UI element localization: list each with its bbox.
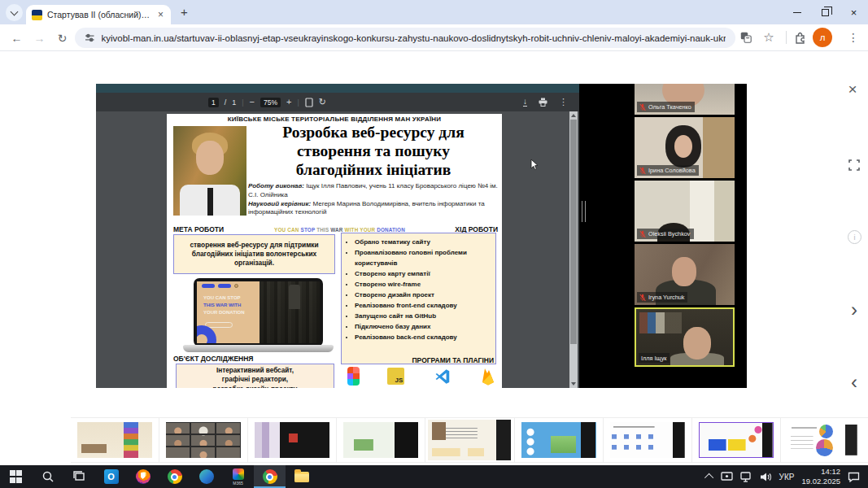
shield-browser-button[interactable] [127, 465, 159, 488]
language-indicator[interactable]: УКР [779, 473, 795, 481]
thumbnail-image [521, 422, 596, 458]
firebase-icon [480, 367, 496, 386]
tab-close-icon[interactable]: × [156, 9, 165, 20]
tray-chevron-up-icon[interactable] [704, 473, 713, 482]
edge-button[interactable] [190, 465, 222, 488]
tray-app-icon[interactable] [721, 472, 733, 482]
network-icon[interactable] [740, 472, 752, 482]
pdf-step: Підключено базу даних [355, 322, 492, 333]
nav-button [218, 284, 231, 288]
monument-image [289, 285, 300, 309]
pdf-object-box: Інтерактивний вебсайт, графічні редактор… [176, 364, 334, 388]
figma-icon [347, 367, 360, 386]
taskbar-search-button[interactable] [32, 465, 63, 488]
pdf-step: Запущено сайт на GitHub [355, 312, 492, 322]
mouse-cursor [530, 159, 539, 171]
participant-name: Iryna Yurchuk [648, 294, 684, 301]
restore-icon [822, 9, 829, 16]
m365-label: M365 [233, 481, 243, 486]
zoom-panel-divider [582, 201, 586, 222]
pdf-meta-header: МЕТА РОБОТИ [173, 225, 224, 233]
participant-name: Ілля Іщук [641, 355, 666, 362]
participant-name: Ольга Ткаченко [648, 103, 691, 111]
address-bar[interactable]: kyivobl-man.in.ua/startuvav-ii-oblasnyj-… [75, 28, 735, 48]
translate-icon[interactable] [739, 30, 753, 45]
pdf-step: Створено wire-frame [355, 280, 492, 290]
muted-mic-icon [639, 230, 646, 238]
start-button[interactable] [0, 465, 32, 488]
pdf-step: Створено карту емпатії [355, 269, 492, 280]
scroll-down-icon [571, 382, 576, 386]
chrome-active-button[interactable] [254, 465, 286, 488]
participant-name: Oleksii Bychkov [648, 230, 691, 237]
lightbox-image[interactable]: 1 / 1 | − 75% + | ↻ ↓ ⋮ [96, 84, 747, 388]
profile-avatar[interactable]: л [813, 28, 832, 47]
volume-icon[interactable] [760, 472, 772, 482]
participants-strip: Ольга Ткаченко Ірина Соловйова Oleksii B… [635, 84, 735, 388]
gallery-thumbnail-2[interactable] [159, 418, 247, 462]
gallery-thumbnail-7[interactable] [603, 418, 691, 462]
lightbox-fullscreen-button[interactable] [846, 157, 862, 173]
bookmark-star-icon[interactable]: ☆ [761, 30, 776, 45]
pdf-toolbar-divider: | [242, 98, 243, 107]
thumbnail-image [77, 422, 152, 458]
browser-tab[interactable]: Стартував ІІ (обласний) етап В × [26, 5, 171, 24]
gallery-thumbnail-1[interactable] [71, 418, 159, 462]
pdf-page: КИЇВСЬКЕ МІСЬКЕ ТЕРИТОРІАЛЬНЕ ВІДДІЛЕННЯ… [167, 114, 502, 388]
gallery-thumbnail-6[interactable] [514, 418, 603, 462]
forward-button[interactable]: → [31, 29, 48, 46]
pdf-step: Створено дизайн проект [355, 290, 492, 301]
gallery-thumbnail-9[interactable] [780, 418, 868, 462]
browser-tab-strip: Стартував ІІ (обласний) етап В × + × [0, 0, 868, 24]
browser-menu-icon[interactable]: ⋮ [846, 30, 861, 45]
m365-button[interactable]: M365 [222, 465, 254, 488]
window-close-button[interactable]: × [840, 0, 868, 24]
window-controls: × [783, 0, 868, 24]
file-explorer-button[interactable] [286, 465, 317, 488]
gallery-thumbnail-4[interactable] [336, 418, 425, 462]
shield-browser-icon [136, 469, 150, 484]
site-info-icon[interactable] [85, 33, 95, 43]
reload-button[interactable]: ↻ [54, 29, 71, 46]
new-tab-button[interactable]: + [181, 5, 188, 19]
pdf-tools-header: ПРОГРАМИ ТА ПЛАГІНИ [412, 356, 494, 364]
browser-toolbar: ← → ↻ kyivobl-man.in.ua/startuvav-ii-obl… [0, 24, 868, 51]
participant-video: Ольга Ткаченко [635, 84, 735, 115]
thumbnail-image [255, 422, 329, 458]
date: 19.02.2025 [801, 477, 840, 486]
back-button[interactable]: ← [8, 29, 25, 46]
windows-taskbar: O M365 УКР 14:12 19.02.2025 [0, 465, 868, 488]
outlook-button[interactable]: O [95, 465, 127, 488]
url-text: kyivobl-man.in.ua/startuvav-ii-oblasnyj-… [102, 33, 726, 43]
thumbnail-image [610, 422, 685, 458]
fullscreen-icon [848, 159, 860, 171]
pdf-toolbar-divider: | [298, 98, 299, 107]
search-icon [41, 470, 55, 483]
edge-icon [199, 469, 214, 484]
lightbox-close-button[interactable]: × [842, 79, 863, 100]
laptop-screen: YOU CAN STOP THIS WAR WITH YOUR DONATION [194, 278, 323, 346]
website-mockup: YOU CAN STOP THIS WAR WITH YOUR DONATION [197, 281, 320, 343]
tab-search-button[interactable] [6, 4, 23, 21]
student-photo [173, 126, 246, 216]
lightbox-info-button[interactable]: i [848, 230, 861, 244]
clock[interactable]: 14:12 19.02.2025 [801, 467, 840, 486]
pdf-zoom-out-icon: − [250, 98, 255, 107]
gallery-thumbnail-3[interactable] [247, 418, 336, 462]
action-center-icon[interactable] [848, 472, 860, 482]
gallery-thumbnail-5-current[interactable] [425, 418, 513, 462]
minimize-button[interactable] [783, 0, 811, 24]
extensions-icon[interactable] [792, 30, 807, 45]
toolbar-divider [786, 31, 787, 44]
screen: Стартував ІІ (обласний) етап В × + × ← →… [0, 0, 868, 488]
gallery-thumbnail-8[interactable] [691, 418, 780, 462]
javascript-icon: JS [387, 368, 404, 385]
restore-button[interactable] [811, 0, 840, 24]
lightbox-prev-button[interactable]: ‹ [846, 372, 862, 393]
task-view-button[interactable] [63, 465, 95, 488]
pdf-steps-list: Обрано тематику сайту Проаналізовано гол… [341, 233, 496, 364]
chrome-button[interactable] [159, 465, 190, 488]
lightbox-next-button[interactable]: › [846, 299, 862, 320]
pdf-object-header: ОБ'ЄКТ ДОСЛІДЖЕННЯ [173, 355, 253, 363]
pdf-step: Проаналізовано головні проблеми користув… [355, 248, 492, 269]
